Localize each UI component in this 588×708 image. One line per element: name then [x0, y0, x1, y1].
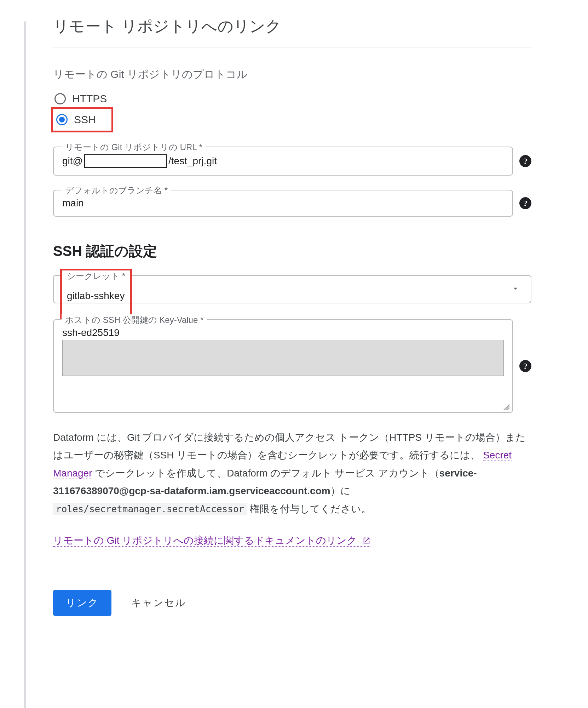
host-key-label: ホストの SSH 公開鍵の Key-Value * — [62, 314, 207, 326]
protocol-option-ssh-label: SSH — [74, 114, 96, 126]
protocol-option-https[interactable]: HTTPS — [53, 91, 531, 107]
help-icon[interactable]: ? — [519, 197, 531, 209]
protocol-label: リモートの Git リポジトリのプロトコル — [53, 67, 531, 82]
info-part4: 権限を付与してください。 — [247, 503, 371, 514]
ssh-auth-heading: SSH 認証の設定 — [53, 241, 531, 261]
repo-url-value-prefix: git@ — [62, 155, 83, 167]
role-code: roles/secretmanager.secretAccessor — [53, 503, 247, 515]
default-branch-field[interactable]: デフォルトのブランチ名 * main — [53, 190, 513, 217]
cancel-button[interactable]: キャンセル — [129, 596, 188, 610]
chevron-down-icon — [500, 284, 531, 295]
doc-link-text: リモートの Git リポジトリへの接続に関するドキュメントのリンク — [53, 535, 357, 546]
secret-value: gitlab-sshkey — [63, 282, 128, 302]
protocol-radio-group: HTTPS SSH — [53, 91, 531, 132]
highlight-ssh: SSH — [51, 107, 113, 132]
host-key-redacted — [62, 340, 504, 376]
protocol-option-https-label: HTTPS — [72, 93, 107, 105]
info-part1: Dataform には、Git プロバイダに接続するための個人アクセス トークン… — [53, 432, 526, 461]
highlight-secret: シークレット * gitlab-sshkey — [60, 269, 132, 320]
radio-icon-selected — [56, 114, 68, 125]
secret-select[interactable]: シークレット * gitlab-sshkey — [53, 275, 531, 303]
page-title: リモート リポジトリへのリンク — [53, 0, 531, 48]
info-part2: でシークレットを作成して、Dataform のデフォルト サービス アカウント（ — [95, 468, 439, 479]
default-branch-label: デフォルトのブランチ名 * — [62, 185, 171, 196]
host-key-prefix: ssh-ed25519 — [62, 327, 504, 338]
help-icon[interactable]: ? — [519, 360, 531, 372]
external-link-icon — [363, 536, 370, 547]
secret-label: シークレット * — [63, 270, 129, 282]
info-part3: ）に — [330, 485, 351, 496]
scrollbar-rail[interactable] — [24, 21, 26, 687]
default-branch-value: main — [62, 198, 84, 209]
link-button[interactable]: リンク — [53, 590, 111, 616]
host-key-field[interactable]: ホストの SSH 公開鍵の Key-Value * ssh-ed25519 — [53, 319, 513, 413]
repo-url-redacted — [84, 154, 167, 168]
radio-icon — [54, 93, 66, 104]
help-icon[interactable]: ? — [519, 155, 531, 167]
repo-url-label: リモートの Git リポジトリの URL * — [62, 142, 206, 153]
info-paragraph: Dataform には、Git プロバイダに接続するための個人アクセス トークン… — [53, 429, 531, 518]
doc-link[interactable]: リモートの Git リポジトリへの接続に関するドキュメントのリンク — [53, 535, 370, 547]
repo-url-field[interactable]: リモートの Git リポジトリの URL * git@ /test_prj.gi… — [53, 147, 513, 176]
protocol-option-ssh[interactable]: SSH — [55, 112, 97, 128]
repo-url-value-suffix: /test_prj.git — [168, 155, 217, 167]
resize-handle-icon[interactable] — [502, 402, 509, 410]
